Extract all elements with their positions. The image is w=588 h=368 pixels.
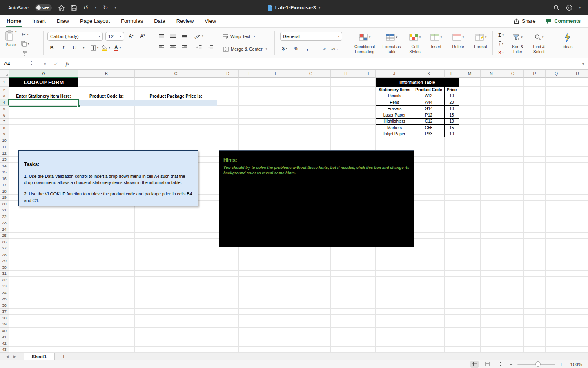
conditional-formatting-button[interactable]: ▾ Conditional Formatting — [352, 31, 377, 54]
home-icon[interactable] — [58, 5, 65, 11]
align-left-button[interactable] — [157, 43, 166, 51]
column-header-H[interactable]: H — [331, 70, 361, 78]
undo-button[interactable]: ↺ — [83, 4, 89, 11]
wrap-text-button[interactable]: Wrap Text ▾ — [223, 32, 267, 41]
row-header-36[interactable]: 36 — [0, 302, 9, 309]
tab-formulas[interactable]: Formulas — [121, 15, 143, 27]
row-header-15[interactable]: 15 — [0, 169, 9, 176]
next-sheet-button[interactable]: ▶ — [13, 355, 16, 359]
copy-button[interactable]: ▾ — [21, 40, 30, 48]
name-box-stepper[interactable]: ▲▼ — [30, 60, 33, 67]
row-header-40[interactable]: 40 — [0, 328, 9, 334]
row-header-5[interactable]: 5 — [0, 106, 9, 112]
cell-styles-button[interactable]: ▾ Cell Styles — [406, 31, 424, 54]
account-chevron-icon[interactable]: ▾ — [579, 6, 581, 9]
tab-insert[interactable]: Insert — [32, 15, 46, 27]
document-title-area[interactable]: Lab-1-Exercise-3 ▾ — [268, 5, 321, 11]
row-header-24[interactable]: 24 — [0, 226, 9, 233]
column-header-O[interactable]: O — [502, 70, 524, 78]
row-header-22[interactable]: 22 — [0, 213, 9, 220]
tab-view[interactable]: View — [205, 15, 216, 27]
underline-chevron-icon[interactable]: ▾ — [83, 46, 85, 49]
insert-cells-button[interactable]: ▾ Insert — [427, 31, 445, 49]
spreadsheet-grid[interactable]: LOOKUP FORM Enter Stationery Item Here: … — [0, 70, 588, 353]
decrease-decimal-button[interactable]: .00→ — [330, 46, 340, 52]
row-header-6[interactable]: 6 — [0, 112, 9, 119]
underline-button[interactable]: U — [70, 44, 79, 52]
zoom-slider-thumb[interactable] — [535, 361, 541, 367]
row-header-4[interactable]: 4 — [0, 99, 9, 106]
name-box[interactable]: A4 ▲▼ — [0, 58, 36, 69]
cell-C3-label[interactable]: Product Package Price Is: — [135, 93, 217, 100]
increase-indent-button[interactable] — [206, 43, 215, 51]
column-header-F[interactable]: F — [261, 70, 291, 78]
row-header-8[interactable]: 8 — [0, 125, 9, 131]
formula-input[interactable] — [69, 58, 582, 69]
italic-button[interactable]: I — [59, 44, 68, 52]
column-header-D[interactable]: D — [217, 70, 239, 78]
row-header-14[interactable]: 14 — [0, 163, 9, 169]
font-size-select[interactable]: 12▾ — [105, 32, 124, 41]
zoom-out-button[interactable]: − — [510, 361, 512, 367]
autosave-toggle[interactable]: OFF — [35, 4, 52, 11]
column-header-Q[interactable]: Q — [546, 70, 567, 78]
row-header-20[interactable]: 20 — [0, 201, 9, 207]
row-header-7[interactable]: 7 — [0, 119, 9, 125]
row-header-17[interactable]: 17 — [0, 182, 9, 188]
column-header-K[interactable]: K — [413, 70, 445, 78]
normal-view-button[interactable] — [470, 361, 479, 368]
row-header-28[interactable]: 28 — [0, 251, 9, 258]
row-header-29[interactable]: 29 — [0, 258, 9, 265]
row-header-13[interactable]: 13 — [0, 157, 9, 163]
align-top-button[interactable] — [157, 32, 166, 40]
hints-box[interactable]: Hints: You should try to solve the probl… — [219, 150, 414, 247]
cells-B4-C4-highlight[interactable] — [78, 100, 217, 106]
row-header-19[interactable]: 19 — [0, 195, 9, 201]
column-header-A[interactable]: A — [9, 70, 78, 78]
row-header-42[interactable]: 42 — [0, 340, 9, 347]
column-header-P[interactable]: P — [524, 70, 546, 78]
cell-B3-label[interactable]: Product Code Is: — [78, 93, 135, 100]
decrease-font-size-button[interactable]: A▾ — [138, 32, 147, 40]
select-all-corner[interactable] — [0, 70, 9, 78]
tasks-box[interactable]: Tasks: 1. Use the Data Validation contro… — [18, 150, 198, 206]
row-header-16[interactable]: 16 — [0, 175, 9, 182]
row-header-37[interactable]: 37 — [0, 309, 9, 315]
tab-home[interactable]: Home — [7, 15, 21, 27]
row-header-35[interactable]: 35 — [0, 296, 9, 303]
autosum-button[interactable]: Σ▾ — [497, 31, 506, 39]
column-header-I[interactable]: I — [361, 70, 376, 78]
row-header-31[interactable]: 31 — [0, 271, 9, 277]
previous-sheet-button[interactable]: ◀ — [6, 355, 9, 359]
paste-button[interactable]: ▾ Paste — [5, 30, 17, 57]
currency-format-button[interactable]: $▾ — [280, 45, 289, 53]
share-button[interactable]: Share — [514, 18, 535, 24]
row-header-43[interactable]: 43 — [0, 347, 9, 353]
decrease-indent-button[interactable] — [194, 43, 203, 51]
row-header-25[interactable]: 25 — [0, 233, 9, 239]
column-header-N[interactable]: N — [481, 70, 502, 78]
row-header-10[interactable]: 10 — [0, 137, 9, 144]
align-center-button[interactable] — [168, 43, 177, 51]
format-as-table-button[interactable]: ▾ Format as Table — [381, 31, 403, 54]
format-cells-button[interactable]: ▾ Format — [471, 31, 490, 49]
bold-button[interactable]: B — [47, 44, 56, 52]
fill-color-button[interactable]: ▾ — [102, 44, 111, 52]
delete-cells-button[interactable]: ▾ Delete — [449, 31, 467, 49]
toolbar-options-chevron-icon[interactable]: ▾ — [115, 6, 116, 9]
column-header-E[interactable]: E — [239, 70, 261, 78]
redo-button[interactable]: ↻ — [103, 4, 108, 11]
row-header-11[interactable]: 11 — [0, 144, 9, 150]
row-header-12[interactable]: 12 — [0, 150, 9, 157]
cut-button[interactable]: ✂▾ — [21, 30, 30, 38]
align-middle-button[interactable] — [168, 32, 177, 40]
percent-format-button[interactable]: % — [292, 45, 301, 53]
column-header-G[interactable]: G — [291, 70, 331, 78]
row-header-38[interactable]: 38 — [0, 315, 9, 321]
column-header-R[interactable]: R — [567, 70, 588, 78]
undo-chevron-icon[interactable]: ▾ — [95, 6, 96, 9]
insert-function-button[interactable]: fx — [66, 61, 69, 67]
find-select-button[interactable]: ▾ Find & Select — [530, 31, 548, 56]
font-name-select[interactable]: Calibri (Body)▾ — [47, 32, 103, 41]
row-header-23[interactable]: 23 — [0, 220, 9, 227]
